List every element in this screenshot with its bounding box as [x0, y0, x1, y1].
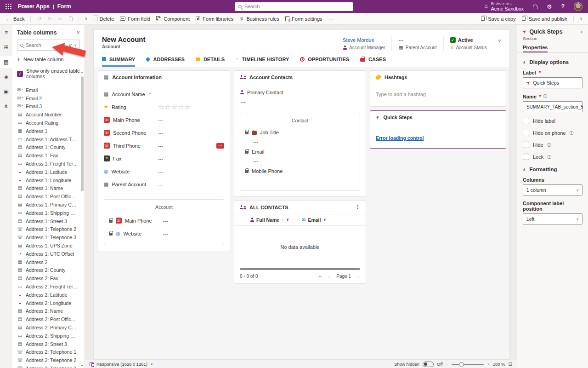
tab-summary[interactable]: SUMMARY — [102, 57, 135, 67]
user-avatar[interactable] — [574, 2, 582, 11]
paste-button[interactable] — [69, 17, 73, 21]
fit-to-screen-icon[interactable]: ⊡ — [509, 362, 512, 367]
account-quick-view-card[interactable]: Account ☏Main Phone --- ◍Website --- — [104, 199, 224, 245]
lock-checkbox[interactable]: Lock ⓘ — [523, 154, 582, 160]
table-column-item[interactable]: Address 2: Telephone 2 — [17, 356, 78, 364]
field-third-phone[interactable]: ☏Third Phone --- ⋯ — [104, 139, 224, 152]
tab-addresses[interactable]: ADDRESSES — [146, 57, 184, 67]
table-column-item[interactable]: Address 1: Primary Contact Name — [17, 201, 78, 209]
contact-quick-view-card[interactable]: Contact Job Title --- Email --- Mobile P… — [240, 113, 360, 191]
zoom-out-icon[interactable]: − — [446, 362, 449, 367]
table-column-item[interactable]: Address 1: Address Type — [17, 135, 78, 144]
table-column-item[interactable]: Address 1: Fax — [17, 151, 78, 160]
environment-picker[interactable]: ⌂ Environment Acme Sandbox — [485, 1, 524, 11]
previous-page-icon[interactable]: ← — [327, 274, 332, 279]
form-libraries-button[interactable]: Form libraries — [196, 16, 233, 22]
filter-funnel-icon[interactable]: ∇ — [68, 43, 72, 48]
table-column-item[interactable]: Address 2: Telephone 3 — [17, 364, 78, 368]
rail-tree-view-item[interactable]: ⋔ — [0, 100, 12, 112]
notifications-icon[interactable] — [533, 5, 537, 9]
chevron-down-icon[interactable]: ∨ — [150, 362, 153, 366]
rail-media-item[interactable]: ▣ — [0, 86, 12, 98]
table-column-item[interactable]: Address 1: Street 3 — [17, 217, 78, 225]
table-column-item[interactable]: Address 2: Fax — [17, 274, 78, 282]
settings-gear-icon[interactable]: ⚙ — [547, 4, 552, 10]
chevron-right-icon[interactable]: › — [581, 29, 582, 35]
field-rating[interactable]: ★Rating ☆☆☆☆☆ — [104, 101, 224, 114]
grid-column-email[interactable]: ✉Email∨ — [302, 217, 326, 223]
form-settings-button[interactable]: Form settings — [285, 16, 322, 22]
scroll-up-icon[interactable]: ▲ — [80, 71, 84, 74]
locked-field-email[interactable]: Email --- — [245, 147, 355, 167]
save-menu-chevron[interactable]: ∨ — [580, 17, 582, 21]
global-search-input[interactable] — [244, 4, 350, 9]
table-column-item[interactable]: Address 2: Primary Contact Name — [17, 323, 78, 332]
name-input[interactable]: SUMMARY_TAB_section_5 — [523, 101, 582, 112]
tab-opportunities[interactable]: OPPORTUNITIES — [300, 57, 349, 67]
table-column-item[interactable]: Account Rating — [17, 119, 78, 127]
account-contacts-section[interactable]: Account Contacts Primary Contact --- Con… — [234, 70, 366, 197]
cut-button[interactable]: ✂ — [58, 16, 63, 22]
error-loading-control-link[interactable]: Error loading control — [376, 135, 424, 141]
business-rules-button[interactable]: ⋔Business rules — [239, 16, 279, 22]
next-page-icon[interactable]: → — [356, 274, 360, 279]
table-column-item[interactable]: Address 2: Longitude — [17, 299, 78, 307]
rail-menu-item[interactable]: ≡ — [0, 27, 12, 39]
back-button[interactable]: ←Back — [6, 16, 24, 22]
account-information-section[interactable]: ▦Account Information ▦Account Name* --- … — [98, 70, 230, 251]
table-column-item[interactable]: Address 1: Longitude — [17, 176, 78, 184]
table-column-item[interactable]: Address 1: Telephone 3 — [17, 233, 78, 242]
save-and-publish-button[interactable]: Save and publish — [522, 16, 567, 22]
rail-components-item[interactable]: ⊞ — [0, 41, 12, 53]
table-column-item[interactable]: Address 1: Freight Terms — [17, 160, 78, 168]
component-button[interactable]: Component — [156, 16, 190, 22]
formatting-header[interactable]: ∧ Formatting — [523, 167, 582, 172]
table-column-item[interactable]: Email 2 — [17, 94, 78, 103]
table-column-item[interactable]: Address 1: County — [17, 144, 78, 152]
display-options-header[interactable]: ∧ Display options — [523, 59, 582, 65]
field-main-phone[interactable]: ☏Main Phone --- — [104, 114, 224, 126]
header-field-parent-account[interactable]: --- ▦Parent Account — [391, 36, 443, 51]
form-field-button[interactable]: Form field — [120, 16, 150, 22]
sidebar-scrollbar[interactable]: ▲ ▼ — [80, 71, 84, 367]
quick-steps-section-selected[interactable]: ➤Quick Steps Error loading control — [370, 110, 506, 149]
table-column-item[interactable]: Address 1: Telephone 2 — [17, 225, 78, 234]
table-column-item[interactable]: Address 1: Post Office Box — [17, 192, 78, 201]
rating-stars[interactable]: ☆☆☆☆☆ — [158, 103, 191, 111]
columns-dropdown[interactable]: 1 column ∨ — [523, 184, 582, 196]
table-column-item[interactable]: Address 1: Shipping Method — [17, 209, 78, 217]
table-column-item[interactable]: Account Number — [17, 110, 78, 119]
field-primary-contact[interactable]: Primary Contact --- — [240, 88, 360, 107]
rail-solutions-item[interactable]: ◈ — [0, 71, 12, 83]
field-second-phone[interactable]: ☏Second Phone --- — [104, 126, 224, 139]
show-unused-checkbox[interactable]: ✓ Show only unused table columns — [17, 68, 80, 79]
field-fax[interactable]: ≡Fax --- — [104, 152, 224, 165]
delete-button[interactable]: Delete — [94, 16, 114, 22]
undo-button[interactable]: ↺ — [37, 16, 41, 22]
table-column-item[interactable]: Address 2: Street 3 — [17, 340, 78, 348]
hide-label-checkbox[interactable]: Hide label — [523, 118, 582, 124]
table-column-item[interactable]: Address 1: Latitude — [17, 168, 78, 176]
close-icon[interactable]: × — [77, 29, 80, 36]
grid-column-full-name[interactable]: Full Name↑∨ — [240, 217, 302, 223]
table-column-item[interactable]: Address 1 — [17, 127, 78, 135]
field-parent-account[interactable]: ▦Parent Account --- — [104, 178, 224, 191]
global-search[interactable] — [235, 2, 353, 11]
zoom-slider[interactable] — [452, 364, 484, 365]
table-column-item[interactable]: Address 2: Name — [17, 307, 78, 316]
table-column-item[interactable]: Address 2: County — [17, 266, 78, 275]
help-icon[interactable]: ? — [561, 3, 565, 10]
label-position-dropdown[interactable]: Left ∨ — [523, 213, 582, 224]
header-field-owner[interactable]: Steve Mordue Account Manager — [336, 36, 391, 51]
table-column-item[interactable]: Address 1: UTC Offset — [17, 250, 78, 258]
header-field-status[interactable]: ✓Active ⧖Account Status — [443, 36, 493, 51]
tab-properties[interactable]: Properties — [523, 45, 548, 52]
table-column-item[interactable]: Address 1: UPS Zone — [17, 242, 78, 250]
hide-on-phone-checkbox[interactable]: Hide on phone ⓘ — [523, 130, 582, 136]
clipboard-menu-chevron[interactable]: ∨ — [85, 17, 88, 21]
scrollbar-thumb[interactable] — [81, 76, 84, 191]
save-a-copy-button[interactable]: Save a copy — [481, 16, 516, 22]
waffle-icon[interactable] — [6, 4, 11, 10]
hashtag-placeholder[interactable]: Type to add a hashtag — [370, 84, 506, 106]
header-collapse-chevron[interactable]: ∨ — [493, 36, 501, 43]
